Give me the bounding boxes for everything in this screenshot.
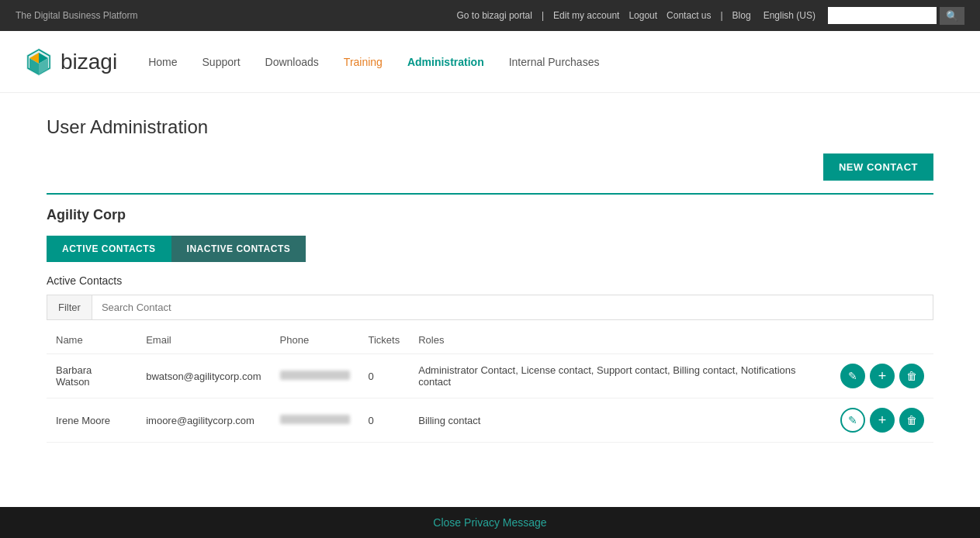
nav-training[interactable]: Training — [344, 56, 383, 68]
cell-roles: Administrator Contact, License contact, … — [409, 354, 831, 398]
filter-button[interactable]: Filter — [47, 295, 92, 320]
brand-text: The Digital Business Platform — [16, 10, 445, 21]
phone-blur — [280, 371, 350, 380]
cell-phone — [271, 398, 359, 443]
table-header: Name Email Phone Tickets Roles — [47, 326, 933, 354]
active-contacts-tab[interactable]: ACTIVE CONTACTS — [47, 236, 171, 262]
nav-administration[interactable]: Administration — [407, 56, 484, 68]
nav-bar: bizagi Home Support Downloads Training A… — [0, 31, 980, 93]
add-contact-button[interactable]: + — [870, 364, 895, 388]
contacts-tbody: Barbara Watson bwatson@agilitycorp.com 0… — [47, 354, 933, 443]
add-contact-button[interactable]: + — [870, 408, 895, 433]
main-content: User Administration NEW CONTACT Agility … — [0, 93, 980, 466]
inactive-contacts-tab[interactable]: INACTIVE CONTACTS — [171, 236, 306, 262]
table-row: Irene Moore imoore@agilitycorp.com 0 Bil… — [47, 398, 933, 443]
new-contact-button[interactable]: NEW CONTACT — [823, 153, 933, 181]
company-name: Agility Corp — [47, 207, 933, 223]
action-icons: ✎ + 🗑 — [840, 408, 924, 433]
contacts-table: Name Email Phone Tickets Roles Barbara W… — [47, 326, 933, 443]
col-email: Email — [137, 326, 270, 354]
col-name: Name — [47, 326, 137, 354]
col-roles: Roles — [409, 326, 831, 354]
phone-blur — [280, 415, 350, 424]
edit-contact-button[interactable]: ✎ — [840, 364, 865, 388]
portal-link[interactable]: Go to bizagi portal — [457, 10, 532, 21]
search-input[interactable] — [828, 7, 937, 24]
logo-area: bizagi — [23, 47, 117, 78]
delete-contact-button[interactable]: 🗑 — [899, 364, 924, 388]
search-button[interactable]: 🔍 — [940, 7, 964, 25]
cell-tickets: 0 — [359, 354, 410, 398]
delete-contact-button[interactable]: 🗑 — [899, 408, 924, 433]
nav-home[interactable]: Home — [148, 56, 177, 68]
cell-tickets: 0 — [359, 398, 410, 443]
cell-roles: Billing contact — [409, 398, 831, 443]
search-area: 🔍 — [828, 7, 964, 25]
cell-actions: ✎ + 🗑 — [831, 398, 933, 443]
cell-phone — [271, 354, 359, 398]
cell-name: Irene Moore — [47, 398, 137, 443]
blog-link[interactable]: Blog — [732, 10, 751, 21]
contact-us-link[interactable]: Contact us — [667, 10, 711, 21]
filter-row: Filter — [47, 295, 933, 320]
cell-email: imoore@agilitycorp.com — [137, 398, 270, 443]
action-icons: ✎ + 🗑 — [840, 364, 924, 388]
contact-tabs: ACTIVE CONTACTS INACTIVE CONTACTS — [47, 236, 933, 262]
main-nav: Home Support Downloads Training Administ… — [148, 56, 599, 68]
col-actions — [831, 326, 933, 354]
language-selector[interactable]: English (US) — [764, 10, 816, 21]
divider2: | — [720, 10, 722, 21]
col-tickets: Tickets — [359, 326, 410, 354]
cell-name: Barbara Watson — [47, 354, 137, 398]
title-divider — [47, 193, 933, 195]
top-bar: The Digital Business Platform Go to biza… — [0, 0, 980, 31]
top-bar-links: Go to bizagi portal | Edit my account Lo… — [457, 10, 751, 21]
table-row: Barbara Watson bwatson@agilitycorp.com 0… — [47, 354, 933, 398]
cell-actions: ✎ + 🗑 — [831, 354, 933, 398]
nav-support[interactable]: Support — [203, 56, 241, 68]
logout-link[interactable]: Logout — [629, 10, 657, 21]
edit-contact-button[interactable]: ✎ — [840, 408, 865, 433]
page-title: User Administration — [47, 116, 933, 138]
nav-internal-purchases[interactable]: Internal Purchases — [509, 56, 600, 68]
title-row: User Administration NEW CONTACT — [47, 116, 933, 181]
search-contact-input[interactable] — [92, 295, 933, 320]
section-label: Active Contacts — [47, 274, 933, 287]
edit-account-link[interactable]: Edit my account — [553, 10, 619, 21]
col-phone: Phone — [271, 326, 359, 354]
divider1: | — [542, 10, 544, 21]
cell-email: bwatson@agilitycorp.com — [137, 354, 270, 398]
logo-text: bizagi — [61, 50, 117, 74]
nav-downloads[interactable]: Downloads — [265, 56, 319, 68]
logo-icon — [23, 47, 54, 78]
